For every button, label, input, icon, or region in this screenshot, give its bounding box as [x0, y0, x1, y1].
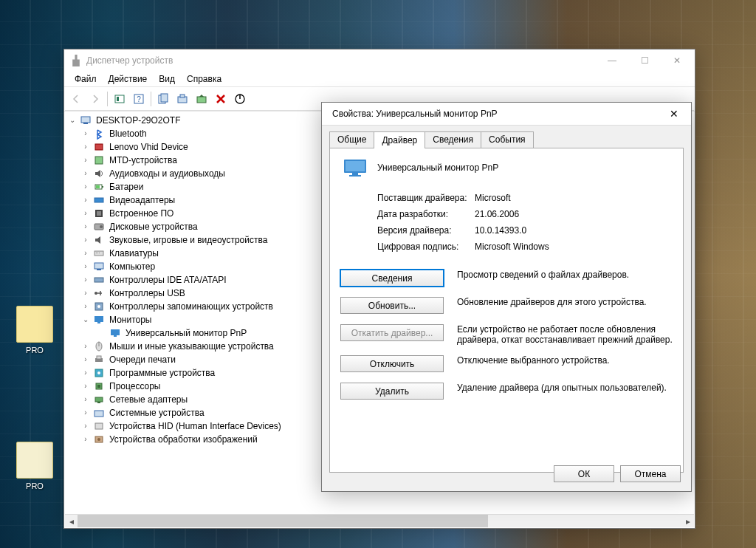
- expand-icon[interactable]: ›: [81, 369, 90, 377]
- tree-label: Устройства HID (Human Interface Devices): [108, 419, 283, 433]
- scroll-left-icon[interactable]: ◂: [65, 515, 78, 527]
- uninstall-driver-button[interactable]: Удалить: [340, 383, 444, 400]
- expand-icon[interactable]: ›: [81, 182, 90, 191]
- device-name: Универсальный монитор PnP: [377, 162, 498, 173]
- ok-button[interactable]: ОК: [554, 465, 614, 482]
- tb-update[interactable]: [193, 90, 210, 108]
- expand-icon[interactable]: ›: [81, 382, 90, 391]
- svg-rect-16: [96, 185, 100, 188]
- expand-icon[interactable]: ›: [81, 302, 90, 311]
- scrollbar-thumb[interactable]: [78, 515, 488, 527]
- svg-rect-12: [95, 144, 103, 150]
- svg-rect-10: [81, 117, 90, 123]
- minimize-button[interactable]: —: [596, 50, 628, 71]
- expand-icon[interactable]: ›: [81, 262, 90, 271]
- desktop-shortcut-1[interactable]: PRO: [9, 306, 61, 355]
- expand-icon[interactable]: ›: [81, 289, 90, 298]
- expand-icon[interactable]: ›: [81, 143, 90, 151]
- print-icon: [93, 354, 105, 366]
- expand-icon[interactable]: ›: [81, 196, 90, 205]
- tree-label: Контроллеры IDE ATA/ATAPI: [108, 273, 228, 287]
- tree-label: Сетевые адаптеры: [108, 393, 189, 406]
- expand-icon[interactable]: ›: [81, 156, 90, 165]
- tree-label: Аудиовходы и аудиовыходы: [108, 167, 227, 180]
- svg-rect-1: [117, 97, 119, 101]
- close-button[interactable]: ✕: [661, 50, 693, 71]
- expand-icon[interactable]: ›: [81, 236, 90, 244]
- svg-rect-51: [346, 161, 365, 171]
- net-icon: [93, 394, 105, 405]
- driver-details-button[interactable]: Сведения: [340, 270, 444, 287]
- expand-icon[interactable]: ›: [81, 342, 90, 351]
- menu-action[interactable]: Действие: [103, 72, 154, 86]
- back-button[interactable]: [67, 90, 85, 108]
- expand-icon[interactable]: ›: [81, 209, 90, 218]
- svg-rect-44: [95, 397, 103, 402]
- desktop-shortcut-2[interactable]: PRO: [9, 442, 61, 490]
- maximize-button[interactable]: ☐: [628, 50, 661, 71]
- svg-rect-28: [94, 278, 103, 282]
- expand-icon[interactable]: ›: [81, 222, 90, 231]
- expand-icon[interactable]: ›: [81, 435, 90, 444]
- separator: [151, 92, 151, 106]
- label-signer: Цифровая подпись:: [377, 242, 475, 252]
- cancel-button[interactable]: Отмена: [620, 465, 681, 482]
- tb-help[interactable]: ?: [130, 90, 148, 108]
- expand-icon[interactable]: ›: [81, 355, 90, 364]
- disk-icon: [93, 221, 105, 233]
- tb-uninstall[interactable]: [212, 90, 230, 108]
- tb-scan[interactable]: [173, 90, 191, 108]
- forward-button[interactable]: [86, 90, 104, 108]
- tb-disable[interactable]: [231, 90, 249, 108]
- expand-icon[interactable]: ›: [81, 408, 90, 417]
- svg-rect-19: [97, 211, 101, 216]
- menu-file[interactable]: Файл: [69, 72, 103, 86]
- tab-general[interactable]: Общие: [329, 131, 374, 148]
- svg-rect-11: [83, 123, 88, 124]
- svg-rect-35: [114, 335, 117, 337]
- expand-icon[interactable]: ›: [81, 275, 90, 284]
- sys-icon: [93, 407, 105, 419]
- svg-point-41: [97, 371, 100, 374]
- tree-label: Универсальный монитор PnP: [124, 326, 248, 340]
- folder-icon: [16, 306, 53, 343]
- expand-icon[interactable]: ›: [81, 395, 90, 404]
- svg-rect-13: [95, 157, 103, 164]
- pc-icon: [93, 261, 105, 273]
- rollback-driver-desc: Если устройство не работает после обновл…: [457, 324, 673, 345]
- tab-events[interactable]: События: [481, 131, 534, 148]
- expand-icon[interactable]: ⌄: [81, 315, 90, 324]
- tree-label: Очереди печати: [108, 353, 177, 366]
- svg-text:?: ?: [137, 95, 141, 103]
- svg-rect-39: [97, 356, 101, 359]
- menu-view[interactable]: Вид: [153, 72, 181, 86]
- update-driver-desc: Обновление драйверов для этого устройств…: [457, 297, 673, 307]
- tab-details[interactable]: Сведения: [425, 131, 481, 148]
- expand-icon[interactable]: ›: [81, 422, 90, 431]
- lenovo-icon: [93, 141, 105, 153]
- expand-icon[interactable]: ›: [81, 129, 90, 138]
- tb-properties[interactable]: [154, 90, 172, 108]
- tab-driver[interactable]: Драйвер: [374, 131, 425, 148]
- scroll-right-icon[interactable]: ▸: [681, 515, 694, 527]
- svg-rect-32: [94, 316, 103, 322]
- disable-device-button[interactable]: Отключить: [340, 355, 444, 372]
- titlebar[interactable]: Свойства: Универсальный монитор PnP ✕: [322, 103, 691, 126]
- close-button[interactable]: ✕: [659, 108, 690, 120]
- label-date: Дата разработки:: [377, 209, 475, 219]
- collapse-icon[interactable]: ⌄: [68, 116, 77, 125]
- horizontal-scrollbar[interactable]: ◂ ▸: [65, 514, 694, 527]
- svg-rect-5: [161, 94, 168, 102]
- tab-strip: Общие Драйвер Сведения События: [322, 126, 691, 148]
- expand-icon[interactable]: ›: [81, 169, 90, 178]
- expand-icon[interactable]: ›: [81, 249, 90, 258]
- tb-show-hide[interactable]: [111, 90, 128, 108]
- tree-label: Программные устройства: [108, 366, 216, 380]
- tree-label: Компьютер: [108, 260, 157, 273]
- titlebar[interactable]: Диспетчер устройств — ☐ ✕: [64, 49, 695, 72]
- label-provider: Поставщик драйвера:: [377, 193, 475, 203]
- fw-icon: [93, 208, 105, 219]
- menu-help[interactable]: Справка: [181, 72, 227, 86]
- update-driver-button[interactable]: Обновить...: [340, 297, 444, 314]
- ide-icon: [93, 274, 105, 286]
